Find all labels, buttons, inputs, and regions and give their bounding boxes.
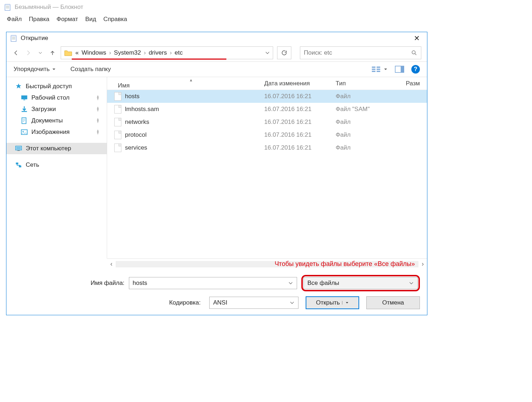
- file-icon: [114, 105, 121, 114]
- scroll-right-button[interactable]: ›: [418, 260, 427, 268]
- chevron-down-icon: [288, 281, 293, 286]
- svg-rect-0: [5, 5, 10, 11]
- pin-icon: [95, 106, 101, 112]
- sidebar-item-desktop[interactable]: Рабочий стол: [6, 92, 107, 104]
- svg-rect-1: [5, 4, 10, 5]
- horizontal-scrollbar[interactable]: ‹ Чтобы увидеть файлы выберите «Все файл…: [107, 258, 427, 269]
- filename-value: hosts: [133, 280, 147, 287]
- svg-point-18: [22, 131, 24, 132]
- notepad-menubar: Файл Правка Формат Вид Справка: [0, 14, 428, 25]
- nav-up-button[interactable]: [49, 49, 56, 57]
- chevron-down-icon: [290, 300, 295, 305]
- column-type[interactable]: Тип: [336, 80, 400, 87]
- svg-rect-8: [377, 67, 380, 68]
- column-name[interactable]: ▲ Имя: [107, 78, 264, 89]
- sort-ascending-icon: ▲: [118, 78, 264, 82]
- breadcrumb-dropdown[interactable]: [265, 50, 270, 55]
- nav-forward-button[interactable]: [24, 49, 32, 57]
- svg-rect-22: [16, 162, 19, 164]
- breadcrumb-part-0[interactable]: Windows: [81, 49, 106, 56]
- breadcrumb-part-2[interactable]: drivers: [149, 49, 167, 56]
- svg-rect-14: [24, 100, 25, 100]
- dialog-navbar: « Windows › System32 › drivers › etc: [6, 44, 427, 61]
- help-button[interactable]: ?: [411, 65, 420, 74]
- organize-button[interactable]: Упорядочить: [14, 66, 56, 73]
- svg-rect-15: [22, 111, 27, 112]
- dialog-icon: [10, 34, 18, 42]
- sidebar-item-pictures[interactable]: Изображения: [6, 126, 107, 138]
- breadcrumb-sep: ›: [170, 49, 172, 56]
- file-list-area: ▲ Имя Дата изменения Тип Разм hosts 16.0…: [107, 77, 427, 258]
- breadcrumb-prefix: «: [75, 49, 79, 56]
- file-row[interactable]: networks 16.07.2016 16:21 Файл: [107, 116, 427, 129]
- notepad-title: Безымянный — Блокнот: [15, 4, 83, 11]
- nav-back-button[interactable]: [12, 49, 20, 57]
- file-row[interactable]: protocol 16.07.2016 16:21 Файл: [107, 129, 427, 141]
- filename-combo[interactable]: hosts: [129, 277, 297, 289]
- svg-rect-10: [377, 71, 380, 72]
- filetype-value: Все файлы: [307, 280, 339, 287]
- download-icon: [21, 106, 28, 113]
- chevron-down-icon: [409, 281, 414, 286]
- search-input[interactable]: [304, 49, 411, 56]
- file-icon: [114, 144, 121, 152]
- breadcrumb-part-1[interactable]: System32: [114, 49, 141, 56]
- scroll-track[interactable]: Чтобы увидеть файлы выберите «Все файлы»: [116, 261, 418, 267]
- nav-recent-dropdown[interactable]: [36, 49, 44, 57]
- menu-view[interactable]: Вид: [85, 16, 96, 23]
- menu-edit[interactable]: Правка: [29, 16, 49, 23]
- breadcrumb-bar[interactable]: « Windows › System32 › drivers › etc: [61, 46, 273, 59]
- cancel-button[interactable]: Отмена: [366, 296, 420, 309]
- notepad-window: Безымянный — Блокнот Файл Правка Формат …: [0, 0, 428, 314]
- search-box[interactable]: [300, 46, 421, 59]
- svg-rect-3: [11, 35, 16, 36]
- encoding-value: ANSI: [213, 299, 227, 306]
- pictures-icon: [21, 129, 28, 136]
- column-size[interactable]: Разм: [400, 80, 427, 87]
- sidebar-item-downloads[interactable]: Загрузки: [6, 104, 107, 115]
- dialog-footer: Имя файла: hosts Все файлы Кодировка: AN…: [6, 269, 427, 320]
- breadcrumb-part-3[interactable]: etc: [175, 49, 183, 56]
- svg-point-4: [412, 51, 415, 54]
- svg-rect-16: [22, 118, 26, 124]
- svg-rect-23: [19, 166, 21, 167]
- annotation-underline: [72, 59, 226, 60]
- sidebar-network[interactable]: Сеть: [6, 159, 107, 171]
- column-date[interactable]: Дата изменения: [264, 80, 336, 87]
- search-icon: [411, 50, 417, 56]
- dialog-toolbar: Упорядочить Создать папку ?: [6, 61, 427, 77]
- dialog-titlebar: Открытие ✕: [6, 32, 427, 44]
- file-row[interactable]: hosts 16.07.2016 16:21 Файл: [107, 90, 427, 103]
- new-folder-button[interactable]: Создать папку: [70, 66, 111, 73]
- annotation-text: Чтобы увидеть файлы выберите «Все файлы»: [275, 260, 415, 268]
- open-button[interactable]: Открыть: [306, 296, 359, 309]
- svg-rect-9: [377, 69, 380, 70]
- close-button[interactable]: ✕: [410, 32, 423, 44]
- svg-rect-12: [401, 66, 404, 72]
- menu-help[interactable]: Справка: [103, 16, 127, 23]
- encoding-combo[interactable]: ANSI: [209, 297, 298, 309]
- annotation-highlight: Все файлы: [301, 275, 420, 291]
- menu-format[interactable]: Формат: [56, 16, 78, 23]
- columns-header: ▲ Имя Дата изменения Тип Разм: [107, 77, 427, 90]
- svg-rect-7: [372, 71, 376, 72]
- file-icon: [114, 92, 121, 101]
- menu-file[interactable]: Файл: [7, 16, 22, 23]
- scroll-left-button[interactable]: ‹: [107, 260, 116, 268]
- document-icon: [21, 117, 28, 124]
- sidebar-this-pc[interactable]: Этот компьютер: [6, 143, 107, 154]
- sidebar-quick-access[interactable]: Быстрый доступ: [6, 81, 107, 92]
- preview-pane-button[interactable]: [395, 66, 404, 73]
- filename-label: Имя файла:: [14, 280, 125, 287]
- refresh-button[interactable]: [277, 46, 291, 59]
- sidebar-item-documents[interactable]: Документы: [6, 115, 107, 126]
- filetype-combo[interactable]: Все файлы: [303, 277, 418, 289]
- breadcrumb-sep: ›: [109, 49, 111, 56]
- svg-rect-2: [11, 36, 16, 42]
- pin-icon: [95, 95, 101, 101]
- pin-icon: [95, 129, 101, 135]
- file-row[interactable]: services 16.07.2016 16:21 Файл: [107, 141, 427, 154]
- file-row[interactable]: lmhosts.sam 16.07.2016 16:21 Файл "SAM": [107, 103, 427, 116]
- notepad-titlebar: Безымянный — Блокнот: [0, 0, 428, 14]
- view-mode-button[interactable]: [371, 66, 388, 73]
